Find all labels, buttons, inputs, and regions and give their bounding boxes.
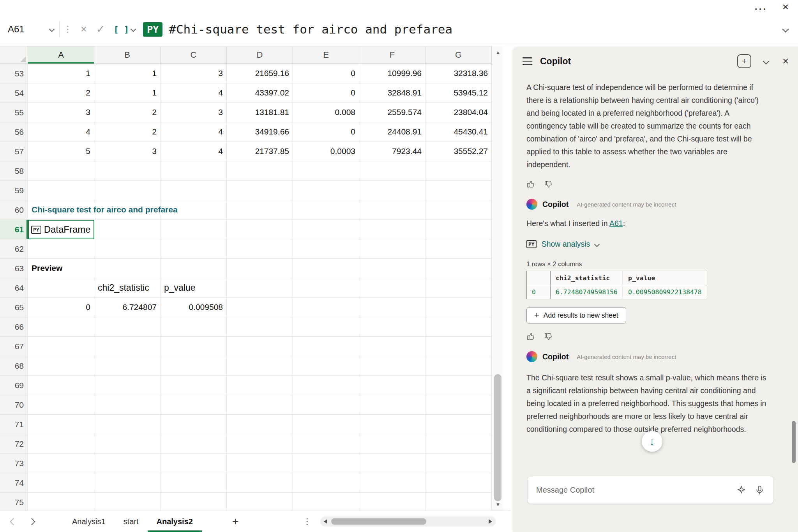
cell-C72[interactable] bbox=[161, 434, 227, 454]
row-header-74[interactable]: 74 bbox=[0, 473, 28, 493]
cell-C54[interactable]: 4 bbox=[161, 83, 227, 103]
cell-E70[interactable] bbox=[293, 395, 359, 415]
cell-B62[interactable] bbox=[94, 239, 161, 259]
cell-B65[interactable]: 6.724807 bbox=[94, 298, 161, 317]
horizontal-scroll-thumb[interactable] bbox=[331, 518, 426, 525]
prev-sheet-icon[interactable] bbox=[10, 518, 17, 525]
cell-G60[interactable] bbox=[425, 200, 492, 220]
column-header-A[interactable]: A bbox=[28, 46, 94, 64]
cell-reference-link[interactable]: A61 bbox=[609, 219, 623, 228]
cell-C70[interactable] bbox=[161, 395, 227, 415]
scroll-to-bottom-button[interactable]: ↓ bbox=[642, 431, 662, 452]
cell-A56[interactable]: 4 bbox=[28, 122, 94, 142]
cell-D64[interactable] bbox=[227, 278, 293, 298]
microphone-icon[interactable] bbox=[754, 485, 765, 495]
window-close-icon[interactable]: × bbox=[782, 1, 789, 13]
cell-G59[interactable] bbox=[425, 181, 492, 200]
cell-F75[interactable] bbox=[359, 493, 425, 511]
cell-D73[interactable] bbox=[227, 454, 293, 473]
cell-D55[interactable]: 13181.81 bbox=[227, 103, 293, 122]
window-more-icon[interactable]: … bbox=[754, 0, 767, 13]
cell-D53[interactable]: 21659.16 bbox=[227, 64, 293, 83]
cell-B57[interactable]: 3 bbox=[94, 142, 161, 161]
cell-G55[interactable]: 23804.04 bbox=[425, 103, 492, 122]
vertical-scrollbar[interactable]: ▲ ▼ bbox=[492, 46, 503, 511]
cell-C56[interactable]: 4 bbox=[161, 122, 227, 142]
cell-E60[interactable] bbox=[293, 200, 359, 220]
menu-icon[interactable] bbox=[523, 57, 532, 65]
row-header-63[interactable]: 63 bbox=[0, 259, 28, 278]
cell-B58[interactable] bbox=[94, 161, 161, 181]
cell-E73[interactable] bbox=[293, 454, 359, 473]
thumbs-down-icon[interactable] bbox=[544, 332, 553, 341]
scroll-right-icon[interactable] bbox=[489, 519, 492, 524]
cell-G65[interactable] bbox=[425, 298, 492, 317]
column-header-F[interactable]: F bbox=[359, 46, 425, 64]
cell-G58[interactable] bbox=[425, 161, 492, 181]
cell-E61[interactable] bbox=[293, 220, 359, 239]
row-header-61[interactable]: 61 bbox=[0, 220, 28, 239]
cell-G75[interactable] bbox=[425, 493, 492, 511]
scroll-left-icon[interactable] bbox=[324, 519, 327, 524]
cell-F73[interactable] bbox=[359, 454, 425, 473]
chevron-down-icon[interactable] bbox=[594, 241, 600, 247]
cell-A66[interactable] bbox=[28, 317, 94, 337]
cell-G66[interactable] bbox=[425, 317, 492, 337]
cell-F61[interactable] bbox=[359, 220, 425, 239]
cell-B64[interactable]: chi2_statistic bbox=[94, 278, 161, 298]
cell-A62[interactable] bbox=[28, 239, 94, 259]
cell-D54[interactable]: 43397.02 bbox=[227, 83, 293, 103]
cell-C68[interactable] bbox=[161, 356, 227, 376]
cell-A61[interactable]: PYDataFrame bbox=[28, 220, 94, 239]
cell-E65[interactable] bbox=[293, 298, 359, 317]
cell-C55[interactable]: 3 bbox=[161, 103, 227, 122]
next-sheet-icon[interactable] bbox=[28, 518, 35, 525]
row-header-53[interactable]: 53 bbox=[0, 64, 28, 83]
cell-F63[interactable] bbox=[359, 259, 425, 278]
row-header-66[interactable]: 66 bbox=[0, 317, 28, 337]
row-header-65[interactable]: 65 bbox=[0, 298, 28, 317]
cell-A54[interactable]: 2 bbox=[28, 83, 94, 103]
row-header-57[interactable]: 57 bbox=[0, 142, 28, 161]
row-header-55[interactable]: 55 bbox=[0, 103, 28, 122]
copilot-scroll-thumb[interactable] bbox=[792, 421, 796, 463]
cell-B74[interactable] bbox=[94, 473, 161, 493]
row-header-59[interactable]: 59 bbox=[0, 181, 28, 200]
row-header-68[interactable]: 68 bbox=[0, 356, 28, 376]
cell-B53[interactable]: 1 bbox=[94, 64, 161, 83]
name-box[interactable]: A61 bbox=[0, 15, 59, 44]
cell-G67[interactable] bbox=[425, 337, 492, 356]
cell-G63[interactable] bbox=[425, 259, 492, 278]
cell-C64[interactable]: p_value bbox=[161, 278, 227, 298]
cell-C59[interactable] bbox=[161, 181, 227, 200]
cell-B67[interactable] bbox=[94, 337, 161, 356]
cell-A53[interactable]: 1 bbox=[28, 64, 94, 83]
scroll-up-icon[interactable]: ▲ bbox=[492, 47, 504, 58]
column-header-G[interactable]: G bbox=[425, 46, 492, 64]
row-header-73[interactable]: 73 bbox=[0, 454, 28, 473]
cell-A55[interactable]: 3 bbox=[28, 103, 94, 122]
cell-D69[interactable] bbox=[227, 376, 293, 395]
cell-B69[interactable] bbox=[94, 376, 161, 395]
cell-F58[interactable] bbox=[359, 161, 425, 181]
cell-D71[interactable] bbox=[227, 415, 293, 434]
cell-F56[interactable]: 24408.91 bbox=[359, 122, 425, 142]
copilot-input[interactable]: Message Copilot bbox=[527, 476, 774, 504]
cell-A72[interactable] bbox=[28, 434, 94, 454]
cell-F53[interactable]: 10999.96 bbox=[359, 64, 425, 83]
cell-A69[interactable] bbox=[28, 376, 94, 395]
show-analysis-link[interactable]: Show analysis bbox=[542, 240, 590, 249]
cell-D72[interactable] bbox=[227, 434, 293, 454]
cell-A70[interactable] bbox=[28, 395, 94, 415]
scroll-down-icon[interactable]: ▼ bbox=[492, 499, 504, 510]
python-object-icon[interactable]: [ ] bbox=[109, 25, 139, 34]
row-header-75[interactable]: 75 bbox=[0, 493, 28, 511]
cell-A73[interactable] bbox=[28, 454, 94, 473]
cell-D68[interactable] bbox=[227, 356, 293, 376]
cell-B55[interactable]: 2 bbox=[94, 103, 161, 122]
cell-B72[interactable] bbox=[94, 434, 161, 454]
cell-C61[interactable] bbox=[161, 220, 227, 239]
cell-A75[interactable] bbox=[28, 493, 94, 511]
cell-E57[interactable]: 0.0003 bbox=[293, 142, 359, 161]
cell-G71[interactable] bbox=[425, 415, 492, 434]
